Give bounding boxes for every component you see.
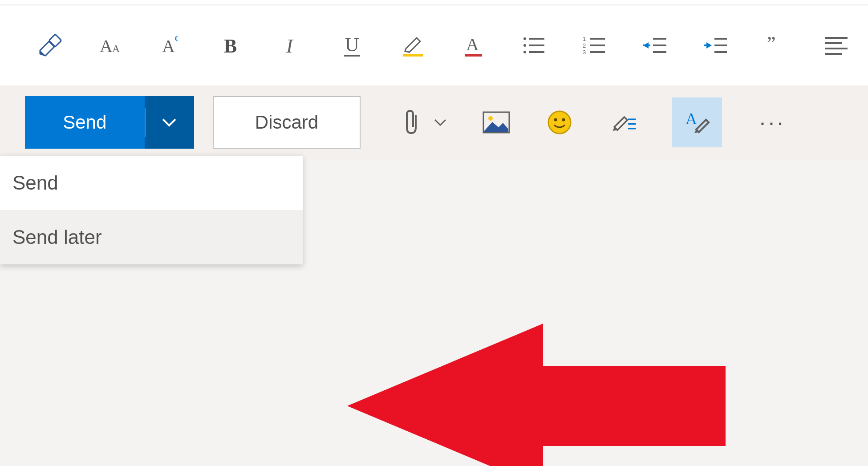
svg-text:¢: ¢ (174, 34, 178, 43)
clear-formatting-button[interactable]: A ¢ (157, 32, 184, 59)
send-menu-item-send-later-label: Send later (12, 226, 102, 248)
svg-text:A: A (100, 36, 113, 56)
font-color-button[interactable]: A (459, 32, 487, 59)
send-dropdown-button[interactable] (145, 96, 194, 149)
svg-point-38 (488, 116, 493, 121)
increase-indent-button[interactable] (702, 32, 729, 59)
format-painter-icon (37, 32, 62, 58)
svg-text:U: U (345, 34, 359, 56)
send-menu-item-send[interactable]: Send (0, 156, 303, 210)
annotation-arrow-icon (347, 324, 730, 466)
picture-icon (483, 111, 510, 134)
svg-point-12 (523, 37, 526, 40)
svg-point-39 (548, 111, 571, 134)
insert-emoji-button[interactable] (546, 109, 573, 136)
svg-text:I: I (286, 35, 294, 56)
svg-text:A: A (162, 36, 175, 56)
more-actions-button[interactable]: ··· (759, 109, 786, 135)
send-menu-item-send-later[interactable]: Send later (0, 210, 303, 264)
ellipsis-icon: ··· (759, 110, 786, 135)
toggle-formatting-button[interactable]: A (672, 97, 722, 147)
quote-icon: ” (766, 36, 786, 55)
align-icon (824, 36, 848, 55)
format-painter-button[interactable] (36, 32, 63, 59)
bulleted-list-icon (522, 36, 545, 55)
clear-formatting-icon: A ¢ (158, 32, 183, 58)
send-menu-item-send-label: Send (12, 172, 58, 194)
svg-text:A: A (685, 110, 697, 128)
paperclip-icon (402, 109, 420, 136)
italic-icon: I (281, 35, 302, 56)
svg-point-40 (554, 118, 557, 121)
italic-button[interactable]: I (278, 32, 305, 59)
svg-text:2: 2 (583, 42, 586, 49)
emoji-icon (547, 110, 572, 135)
font-size-icon: A A (97, 32, 123, 58)
svg-text:A: A (466, 34, 479, 54)
svg-text:B: B (224, 35, 237, 56)
insert-signature-button[interactable] (609, 109, 637, 136)
signature-icon (609, 111, 637, 134)
action-toolbar: Send Send Send later Discard (0, 85, 868, 159)
underline-icon: U (341, 33, 363, 57)
send-split-button: Send Send Send later (25, 96, 194, 149)
formatting-toolbar: A A A ¢ B I U A (0, 5, 868, 85)
send-dropdown-menu: Send Send later (0, 156, 303, 264)
chevron-down-icon (434, 118, 447, 126)
numbered-list-button[interactable]: 1 2 3 (580, 32, 608, 59)
chevron-down-icon (161, 118, 177, 127)
svg-text:3: 3 (583, 49, 586, 55)
discard-button[interactable]: Discard (213, 96, 361, 149)
increase-indent-icon (703, 36, 728, 55)
font-size-button[interactable]: A A (96, 32, 124, 59)
bold-icon: B (220, 35, 242, 56)
svg-point-16 (523, 51, 526, 53)
highlight-icon (400, 32, 426, 58)
decrease-indent-button[interactable] (641, 32, 669, 59)
bold-button[interactable]: B (217, 32, 245, 59)
align-button[interactable] (823, 32, 850, 59)
svg-marker-46 (347, 324, 726, 466)
svg-text:1: 1 (583, 36, 586, 42)
svg-rect-11 (465, 54, 482, 57)
bulleted-list-button[interactable] (520, 32, 548, 59)
quote-button[interactable]: ” (762, 32, 790, 59)
discard-button-label: Discard (255, 112, 318, 133)
svg-text:A: A (112, 43, 120, 54)
svg-rect-9 (403, 54, 423, 57)
numbered-list-icon: 1 2 3 (583, 36, 606, 55)
font-color-icon: A (462, 32, 484, 58)
formatting-toggle-icon: A (683, 108, 711, 137)
svg-point-41 (562, 118, 565, 121)
svg-point-14 (523, 44, 526, 47)
svg-text:”: ” (767, 36, 776, 54)
attach-button[interactable] (402, 109, 447, 136)
send-button-label: Send (63, 112, 106, 133)
underline-button[interactable]: U (338, 32, 366, 59)
highlight-button[interactable] (399, 32, 426, 59)
send-button[interactable]: Send (25, 96, 145, 149)
window-top-border (0, 0, 868, 5)
decrease-indent-icon (642, 36, 667, 55)
insert-picture-button[interactable] (483, 109, 510, 136)
